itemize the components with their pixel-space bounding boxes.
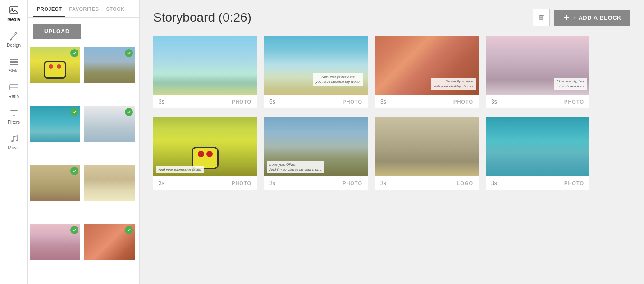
- trash-icon: [538, 14, 545, 21]
- plus-icon: [563, 14, 570, 21]
- thumbnail-item[interactable]: [84, 165, 135, 201]
- thumb-check: [125, 226, 133, 234]
- thumbnail-item[interactable]: [84, 106, 135, 142]
- tab-stock[interactable]: STOCK: [103, 0, 128, 17]
- block-image: [375, 117, 479, 176]
- thumb-check: [125, 49, 133, 57]
- block-duration: 3s: [380, 99, 386, 105]
- brush-icon: [9, 31, 19, 41]
- svg-rect-3: [10, 61, 18, 63]
- text-overlay: I'm totally smittenwith your chubby chee…: [431, 78, 476, 90]
- svg-rect-2: [10, 59, 18, 60]
- thumbnail-item[interactable]: [30, 47, 80, 83]
- block-image: [153, 36, 257, 95]
- block-duration: 3s: [269, 180, 275, 186]
- filters-icon: [9, 108, 19, 118]
- svg-rect-4: [10, 64, 18, 65]
- block-duration: 3s: [491, 99, 497, 105]
- thumbnail-item[interactable]: [30, 165, 80, 201]
- sidebar-item-style[interactable]: Style: [0, 51, 27, 77]
- sidebar-label-music: Music: [8, 145, 19, 150]
- style-icon: [9, 57, 19, 67]
- storyboard-block[interactable]: 3s PHOTO: [486, 117, 589, 190]
- upload-button-wrap: UPLOAD: [28, 18, 139, 45]
- block-image: Your sweety, tinyhands and toes: [486, 36, 589, 95]
- media-tabs: PROJECT FAVORITES STOCK: [28, 0, 139, 18]
- block-type: PHOTO: [564, 180, 584, 186]
- text-overlay: Now that you're hereyou have become my w…: [313, 73, 363, 86]
- block-type: PHOTO: [564, 99, 584, 104]
- sidebar-item-media[interactable]: Media: [0, 0, 27, 26]
- block-footer: 3s PHOTO: [486, 95, 589, 108]
- block-footer: 3s PHOTO: [264, 176, 368, 190]
- svg-point-1: [11, 8, 13, 10]
- block-type: PHOTO: [343, 99, 362, 104]
- thumb-check: [70, 108, 78, 116]
- block-type: PHOTO: [232, 180, 251, 186]
- sidebar-label-design: Design: [7, 43, 21, 48]
- sidebar-item-ratio[interactable]: Ratio: [0, 77, 27, 103]
- block-footer: 3s PHOTO: [153, 95, 257, 108]
- block-footer: 3s PHOTO: [153, 176, 257, 190]
- music-icon: [9, 134, 19, 144]
- storyboard-block[interactable]: I'm totally smittenwith your chubby chee…: [375, 36, 479, 108]
- storyboard-block[interactable]: And your expressive faces 3s PHOTO: [153, 117, 257, 190]
- tab-project[interactable]: PROJECT: [33, 0, 65, 17]
- text-overlay: Your sweety, tinyhands and toes: [554, 78, 587, 90]
- delete-button[interactable]: [533, 9, 550, 26]
- text-overlay: Love you, Oliver.And I'm so glad to be y…: [267, 161, 324, 173]
- left-panel: PROJECT FAVORITES STOCK UPLOAD: [28, 0, 140, 284]
- block-duration: 3s: [159, 99, 164, 105]
- block-duration: 5s: [269, 99, 275, 105]
- ratio-icon: [9, 82, 19, 92]
- block-image: And your expressive faces: [153, 117, 257, 176]
- block-image: Now that you're hereyou have become my w…: [264, 36, 368, 95]
- page-title: Storyboard (0:26): [153, 10, 251, 25]
- thumbnail-item[interactable]: [30, 106, 80, 142]
- storyboard-block[interactable]: 3s PHOTO: [153, 36, 257, 108]
- upload-button[interactable]: UPLOAD: [33, 24, 81, 39]
- storyboard-block[interactable]: Now that you're hereyou have become my w…: [264, 36, 368, 108]
- sidebar-label-ratio: Ratio: [9, 94, 19, 99]
- storyboard-row: 3s PHOTO Now that you're hereyou have be…: [153, 36, 630, 108]
- block-image: Love you, Oliver.And I'm so glad to be y…: [264, 117, 368, 176]
- block-image: I'm totally smittenwith your chubby chee…: [375, 36, 479, 95]
- thumbnail-item[interactable]: [84, 224, 135, 260]
- sidebar-item-design[interactable]: Design: [0, 26, 27, 51]
- block-type: PHOTO: [343, 180, 362, 186]
- main-header: Storyboard (0:26) + ADD A BLOCK: [153, 9, 630, 26]
- block-footer: 5s PHOTO: [264, 95, 368, 108]
- block-image: [486, 117, 589, 176]
- sidebar-item-filters[interactable]: Filters: [0, 103, 27, 128]
- block-type: LOGO: [457, 180, 473, 186]
- tab-favorites[interactable]: FAVORITES: [65, 0, 102, 17]
- block-footer: 3s PHOTO: [486, 176, 589, 190]
- thumbnail-item[interactable]: [84, 47, 135, 83]
- block-type: PHOTO: [453, 99, 473, 104]
- storyboard-row: And your expressive faces 3s PHOTO Love …: [153, 117, 630, 190]
- icon-sidebar: Media Design Style Ratio Filters: [0, 0, 28, 284]
- header-actions: + ADD A BLOCK: [533, 9, 630, 26]
- svg-point-9: [16, 140, 18, 141]
- sidebar-label-filters: Filters: [8, 120, 20, 125]
- block-duration: 3s: [491, 180, 497, 186]
- block-duration: 3s: [159, 180, 164, 186]
- thumbnail-item[interactable]: [30, 224, 80, 260]
- block-footer: 3s LOGO: [375, 176, 479, 190]
- storyboard-block[interactable]: 3s LOGO: [375, 117, 479, 190]
- thumb-check: [70, 49, 78, 57]
- image-icon: [9, 5, 19, 15]
- main-content: Storyboard (0:26) + ADD A BLOCK: [140, 0, 644, 284]
- block-duration: 3s: [380, 180, 386, 186]
- thumb-check: [70, 167, 78, 175]
- add-block-button[interactable]: + ADD A BLOCK: [554, 10, 630, 26]
- sidebar-item-music[interactable]: Music: [0, 128, 27, 154]
- storyboard-block[interactable]: Your sweety, tinyhands and toes 3s PHOTO: [486, 36, 589, 108]
- svg-rect-0: [10, 7, 18, 13]
- storyboard-block[interactable]: Love you, Oliver.And I'm so glad to be y…: [264, 117, 368, 190]
- block-footer: 3s PHOTO: [375, 95, 479, 108]
- block-type: PHOTO: [232, 99, 251, 104]
- add-block-label: + ADD A BLOCK: [573, 14, 621, 21]
- thumb-check: [125, 108, 133, 116]
- thumbnail-grid: [28, 45, 139, 284]
